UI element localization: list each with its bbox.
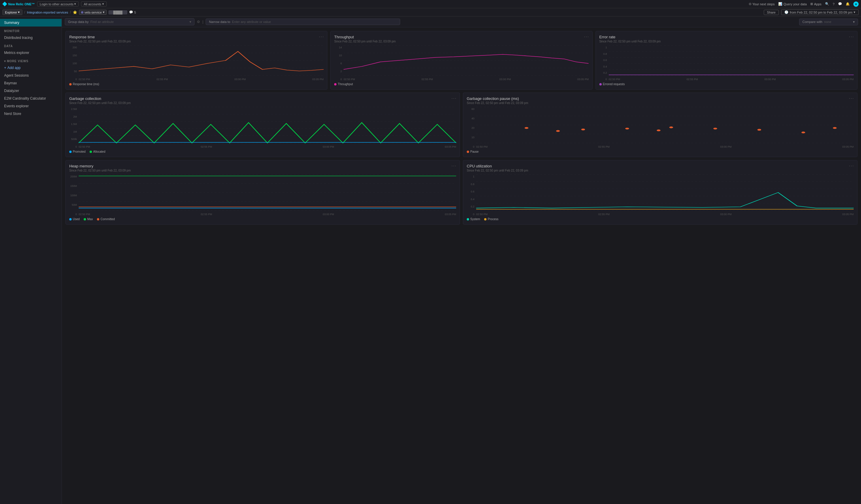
gc-pause-x-axis: 02:50 PM02:55 PM03:00 PM03:05 PM (476, 145, 853, 148)
nr-logo: New Relic ONE™ (2, 2, 35, 6)
legend-process: Process (484, 218, 498, 221)
top-nav: New Relic ONE™ Login to other accounts ▾… (0, 0, 861, 8)
legend-promoted: Promoted (69, 150, 85, 153)
legend-allocated: Allocated (90, 150, 105, 153)
cpu-subtitle: Since Feb 22, 02:50 pm until Feb 22, 03:… (467, 169, 853, 172)
apps-button[interactable]: ⊞ Apps (810, 2, 821, 6)
sidebar: Summary MONITOR Distributed tracing DATA… (0, 16, 62, 504)
help-button[interactable]: ? (833, 2, 834, 6)
svg-point-35 (556, 130, 560, 132)
legend-response-time: Response time (ms) (69, 83, 99, 86)
sidebar-datalyzer[interactable]: Datalyzer (0, 87, 62, 95)
legend-dot-throughput (334, 83, 337, 85)
legend-dot-used (69, 218, 72, 220)
svg-point-32 (757, 129, 761, 131)
error-rate-more-button[interactable]: ··· (849, 34, 854, 39)
sidebar-metrics-explorer[interactable]: Metrics explorer (0, 49, 62, 57)
gc-pause-svg (476, 107, 853, 143)
next-steps-button[interactable]: ⊙ Your next steps (749, 2, 775, 6)
heap-more-button[interactable]: ··· (451, 163, 457, 168)
response-time-y-axis: 200150100500 (69, 45, 78, 81)
sidebar-nerd-store[interactable]: Nerd Store (0, 110, 62, 118)
sidebar-e2m-calculator[interactable]: E2M Cardinality Calculator (0, 95, 62, 102)
gc-pause-more-button[interactable]: ··· (849, 96, 854, 100)
legend-committed: Committed (97, 218, 114, 221)
comment-button[interactable]: 💬 5 (129, 10, 136, 14)
svg-point-28 (582, 128, 585, 130)
group-data-filter[interactable]: Group data by Find an attribute ▾ (65, 18, 194, 25)
error-rate-title: Error rate (599, 35, 853, 39)
cpu-svg (476, 175, 853, 210)
login-button[interactable]: Login to other accounts ▾ (37, 1, 79, 6)
sidebar-agent-sessions[interactable]: Agent Sessions (0, 72, 62, 79)
notification-button[interactable]: 🔔 (846, 2, 850, 6)
time-range-button[interactable]: 🕐 from Feb 22, 02:50 pm to Feb 22, 03:09… (781, 10, 859, 15)
legend-dot-system (467, 218, 469, 220)
response-time-more-button[interactable]: ··· (319, 34, 325, 39)
error-rate-y-axis: 10.80.60.40.20 (599, 45, 608, 81)
response-time-chart: 200150100500 .grid-line { stroke: #2a2a3… (69, 45, 324, 81)
svg-point-34 (833, 127, 837, 129)
gc-pause-card: ··· Garbage collection pause (ms) Since … (463, 93, 858, 157)
narrow-data-filter[interactable]: Narrow data to Enter any attribute or va… (206, 18, 400, 25)
sidebar-summary[interactable]: Summary (0, 19, 62, 27)
throughput-x-axis: 02:50 PM02:55 PM03:00 PM03:05 PM (344, 78, 588, 81)
error-rate-x-axis: 02:50 PM02:55 PM03:00 PM03:05 PM (609, 78, 853, 81)
legend-dot-pause (467, 151, 469, 153)
throughput-y-axis: 1410620 (334, 45, 343, 81)
narrow-data-label: Narrow data to (209, 20, 230, 24)
legend-pause: Pause (467, 150, 479, 153)
sidebar-baymax[interactable]: Baymax (0, 79, 62, 87)
main-layout: Summary MONITOR Distributed tracing DATA… (0, 16, 861, 504)
legend-used: Used (69, 218, 80, 221)
heap-legend: Used Max Committed (69, 218, 456, 221)
compare-label: Compare with (802, 20, 822, 24)
response-time-subtitle: Since Feb 22, 02:50 pm until Feb 22, 03:… (69, 40, 324, 43)
share-button[interactable]: Share (764, 10, 779, 15)
sidebar-distributed-tracing[interactable]: Distributed tracing (0, 34, 62, 42)
throughput-more-button[interactable]: ··· (584, 34, 589, 39)
legend-dot-committed (97, 218, 99, 220)
breadcrumb-integration[interactable]: Integration-reported services (27, 11, 68, 14)
throughput-card: ··· Throughput Since Feb 22, 02:50 pm un… (330, 31, 592, 90)
heap-chart: 200M150M100M50M0 (69, 175, 456, 216)
heap-x-axis: 02:50 PM02:55 PM03:00 PM03:05 PM (79, 213, 456, 216)
error-rate-legend: Errored requests (599, 83, 853, 86)
legend-max: Max (84, 218, 93, 221)
cpu-title: CPU utilization (467, 164, 853, 168)
error-rate-svg (609, 45, 853, 76)
user-avatar[interactable]: U (853, 1, 859, 7)
charts-row-3: ··· Heap memory Since Feb 22, 02:50 pm u… (65, 160, 858, 224)
gc-y-axis: 2.5M2M1.5M1M500k0 (69, 107, 78, 148)
second-nav-right: Share 🕐 from Feb 22, 02:50 pm to Feb 22,… (764, 10, 859, 15)
narrow-data-placeholder: Enter any attribute or value (232, 20, 271, 24)
search-icon-button[interactable]: 🔍 (825, 2, 829, 6)
error-rate-card: ··· Error rate Since Feb 22, 02:50 pm un… (596, 31, 858, 90)
cpu-more-button[interactable]: ··· (849, 163, 854, 168)
chat-button[interactable]: 💬 (838, 2, 842, 6)
cpu-utilization-card: ··· CPU utilization Since Feb 22, 02:50 … (463, 160, 858, 224)
group-data-label: Group data by (68, 20, 89, 24)
group-data-placeholder: Find an attribute (91, 20, 114, 24)
gc-svg (79, 107, 456, 143)
legend-dot-max (84, 218, 86, 220)
gc-pause-legend: Pause (467, 150, 853, 153)
compare-with-select[interactable]: Compare with none ▾ (799, 18, 858, 25)
query-button[interactable]: 📊 Query your data (778, 2, 807, 6)
breadcrumb-sep-1: / (24, 10, 25, 14)
sidebar-add-app[interactable]: + Add app (0, 64, 62, 72)
throughput-svg (344, 45, 588, 76)
gc-subtitle: Since Feb 22, 02:50 pm until Feb 22, 03:… (69, 101, 456, 105)
gc-more-button[interactable]: ··· (451, 96, 457, 100)
cpu-legend: System Process (467, 218, 853, 221)
content-area: Group data by Find an attribute ▾ ⚙ | Na… (62, 16, 861, 504)
sidebar-events-explorer[interactable]: Events explorer (0, 102, 62, 110)
heap-y-axis: 200M150M100M50M0 (69, 175, 78, 216)
legend-dot-process (484, 218, 487, 220)
explorer-button[interactable]: Explorer ▾ (2, 10, 23, 15)
gc-svg-area (79, 107, 456, 143)
response-time-x-axis: 02:50 PM02:55 PM03:00 PM03:05 PM (79, 78, 324, 81)
heap-subtitle: Since Feb 22, 02:50 pm until Feb 22, 03:… (69, 169, 456, 172)
accounts-button[interactable]: All accounts ▾ (81, 1, 106, 6)
nav-right: ⊙ Your next steps 📊 Query your data ⊞ Ap… (749, 1, 859, 7)
